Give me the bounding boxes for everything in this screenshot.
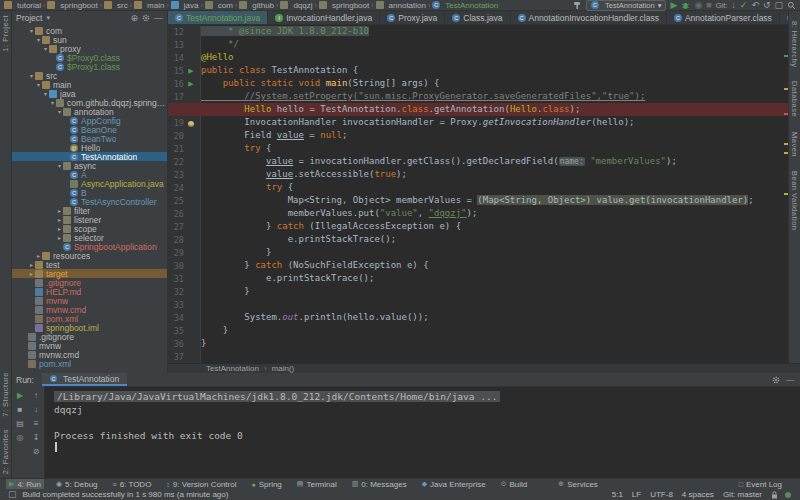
editor-tab[interactable]: CAnnotationParser.class [667,11,780,25]
hide-panel-icon[interactable]: — [154,14,163,23]
toolwindow-button-terminal[interactable]: ▤Terminal [294,479,340,490]
status-widget[interactable]: 5:1 [612,490,623,499]
tree-item[interactable]: ▾com [12,26,167,35]
breadcrumb-item[interactable]: tutorial [4,1,41,10]
breadcrumb-item[interactable]: github [239,1,274,10]
editor-tab[interactable]: CClass.java [445,11,510,25]
status-widget[interactable]: LF [632,490,641,499]
editor-tab[interactable]: CProxy.java [380,11,445,25]
breadcrumb-class[interactable]: TestAnnotation [206,364,259,373]
tree-item[interactable]: .gitignore [12,278,167,287]
toolwindow-button-event-log[interactable]: □Event Log [736,479,785,490]
run-console[interactable]: /Library/Java/JavaVirtualMachines/jdk1.8… [44,386,800,478]
status-widget[interactable]: Git: master [723,490,762,499]
search-icon[interactable] [787,1,796,10]
code-editor[interactable]: 12131415▶16▶1718192021222324252627282930… [168,25,788,363]
tree-item[interactable]: C$Proxy1.class [12,62,167,71]
breadcrumb-item[interactable]: dqqzj [280,1,312,10]
git-update-icon[interactable]: ↓ [731,1,736,10]
breadcrumb-item[interactable]: CTestAnnotation [432,1,498,10]
editor-tab[interactable]: CTestAnnotation.java [168,11,268,25]
status-widget[interactable]: 4 spaces [682,490,714,499]
breadcrumb-method[interactable]: main() [272,364,295,373]
toolwindow-button-spring[interactable]: ●Spring [248,479,284,490]
tree-item[interactable]: ▸test [12,260,167,269]
toolwindow-button[interactable]: Bean Validation [790,171,799,230]
tree-item[interactable]: springboot.iml [12,323,167,332]
hammer-icon[interactable] [573,1,582,10]
run-config-selector[interactable]: C TestAnnotation ▾ [586,0,666,11]
scroll-end-icon[interactable]: ↧ [33,433,40,442]
editor-tab[interactable]: IInvocationHandler.java [268,11,380,25]
tree-item[interactable]: pom.xml [12,359,167,368]
coverage-icon[interactable]: ◉ [694,1,702,10]
toolwindow-button[interactable]: 7: Structure [1,372,10,417]
tree-item[interactable]: mvnw.cmd [12,350,167,359]
breadcrumb-item[interactable]: com [205,1,233,10]
tree-item[interactable]: ▸target [12,269,167,278]
toolwindows-icon[interactable]: ▢ [8,490,17,499]
breadcrumb-item[interactable]: src [104,1,128,10]
tree-item[interactable]: mvnw [12,296,167,305]
up-stack-icon[interactable]: ↑ [34,391,38,400]
tree-item[interactable]: ▾main [12,80,167,89]
tree-item[interactable]: ▾sun [12,35,167,44]
tree-item[interactable]: mvnw [12,341,167,350]
soft-wrap-icon[interactable]: ≡ [34,419,39,428]
toolwindow-button-build[interactable]: ⊙Build [498,479,531,490]
rerun-icon[interactable]: ▶ [17,391,23,400]
history-icon[interactable]: ↺ [763,1,771,10]
toolwindow-button----run[interactable]: ▶4: Run [6,479,44,490]
toolwindow-button[interactable]: 8: Hierarchy [790,21,799,67]
hector-icon[interactable] [784,491,792,499]
gear-icon[interactable] [772,376,780,384]
stop-button[interactable]: ■ [706,1,711,10]
run-gutter-icon[interactable]: ▶ [184,77,198,90]
breadcrumb-item[interactable]: annotation [376,1,426,10]
toolwindow-button-services[interactable]: ⊕Services [555,479,601,490]
hide-panel-icon[interactable]: — [786,375,794,384]
tree-item[interactable]: HELP.md [12,287,167,296]
run-gutter-icon[interactable]: ▶ [184,64,198,77]
toolwindow-button----todo[interactable]: ≡6: TODO [110,479,155,490]
restore-layout-icon[interactable]: ▤ [16,419,24,428]
intention-bulb-icon[interactable] [184,119,198,127]
tree-item[interactable]: ▾async [12,161,167,170]
status-widget[interactable]: UTF-8 [650,490,673,499]
toolwindow-button[interactable]: 2: Favorites [1,429,10,474]
stop-icon[interactable]: ■ [18,405,23,414]
editor-tab[interactable]: CAnnotationInvocationHandler.class [511,11,667,25]
down-stack-icon[interactable]: ↓ [34,405,38,414]
pin-icon[interactable]: ◎ [17,433,24,442]
chevron-down-icon[interactable]: ▾ [46,14,50,22]
git-revert-icon[interactable]: ↶ [751,1,759,10]
toolwindow-button[interactable]: Database [790,81,799,117]
git-commit-icon[interactable]: ✓ [740,1,748,10]
tree-item[interactable]: AsyncApplication.java [12,179,167,188]
tree-item[interactable]: ▸resources [12,251,167,260]
debug-button[interactable] [681,1,690,10]
breadcrumb-item[interactable]: springboot [319,1,369,10]
lock-icon[interactable] [771,491,778,499]
tree-item[interactable]: mvnw.cmd [12,305,167,314]
toolwindow-button----messages[interactable]: ▥0: Messages [349,479,410,490]
editor-gutter[interactable]: 12131415▶16▶1718192021222324252627282930… [168,25,201,363]
tree-item[interactable]: .gitignore [12,332,167,341]
toolwindow-button-java-enterprise[interactable]: ◆Java Enterprise [419,479,489,490]
breadcrumb-item[interactable]: java [171,1,199,10]
code-area[interactable]: * @since JDK 1.8.0_212-b10 */@Hellopubli… [201,25,783,363]
run-tab[interactable]: C TestAnnotation [42,373,127,386]
project-panel-header[interactable]: Project ▾ ⊕ — [12,11,168,25]
toolwindow-button----version-control[interactable]: ↕9: Version Control [163,479,239,490]
run-button[interactable]: ▶ [670,1,677,10]
gear-icon[interactable] [142,14,150,22]
clear-icon[interactable]: ⊘ [33,447,40,456]
project-tree[interactable]: ▾com▾sun▾proxyC$Proxy0.classC$Proxy1.cla… [12,25,168,373]
breadcrumb-item[interactable]: springboot [47,1,97,10]
toolwindow-button[interactable]: 1: Project [1,15,10,52]
breadcrumb-item[interactable]: main [134,1,164,10]
locate-icon[interactable]: ⊕ [130,14,138,23]
window-icon[interactable]: ▢ [774,1,783,10]
tree-item[interactable]: ▾src [12,71,167,80]
toolwindow-button----debug[interactable]: ◉5: Debug [53,479,101,490]
